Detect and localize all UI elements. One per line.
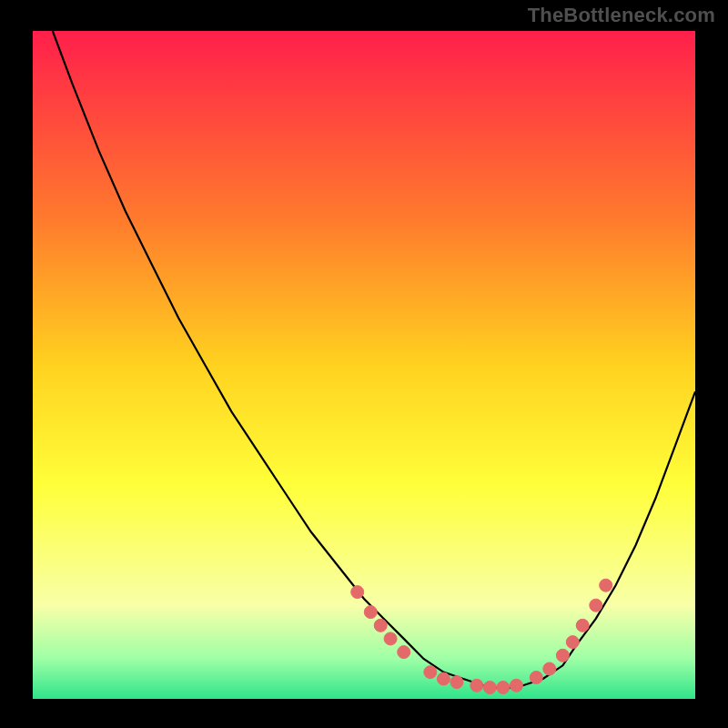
curve-marker [483, 682, 496, 694]
curve-marker [351, 586, 364, 599]
curve-marker [510, 679, 522, 692]
curve-marker [384, 632, 397, 645]
curve-marker [424, 666, 437, 679]
curve-marker [556, 649, 569, 662]
curve-marker [566, 636, 579, 649]
chart-frame: TheBottleneck.com [0, 0, 728, 728]
curve-marker [398, 646, 410, 659]
curve-marker [590, 599, 602, 612]
curve-marker [497, 682, 510, 694]
curve-marker [374, 619, 387, 632]
curve-marker [530, 672, 542, 684]
curve-marker [543, 662, 556, 675]
curve-marker [364, 606, 377, 619]
curve-marker [437, 672, 450, 685]
curve-marker [600, 579, 612, 592]
bottleneck-chart [0, 0, 728, 728]
curve-marker [470, 679, 483, 692]
curve-marker [576, 619, 589, 632]
curve-marker [450, 676, 463, 689]
